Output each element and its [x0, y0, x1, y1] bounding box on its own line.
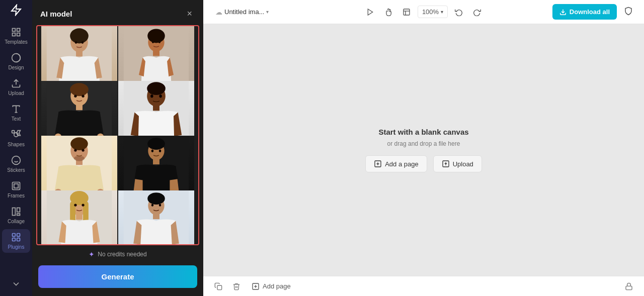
svg-point-58	[150, 94, 153, 97]
svg-point-41	[158, 41, 160, 43]
generate-button[interactable]: Generate	[38, 265, 197, 288]
canvas-area: ☁ Untitled ima... ▾	[203, 0, 644, 296]
upload-canvas-button[interactable]: Upload	[433, 155, 482, 172]
svg-rect-91	[153, 214, 159, 219]
svg-rect-18	[17, 208, 20, 212]
sidebar-item-stickers[interactable]: Stickers	[2, 152, 30, 176]
download-button[interactable]: Download all	[552, 4, 617, 20]
lock-button[interactable]	[622, 280, 636, 292]
svg-point-27	[70, 28, 89, 43]
canvas-actions: Add a page Upload	[365, 155, 482, 172]
svg-point-63	[70, 137, 88, 150]
toolbar-right: Download all	[497, 4, 636, 20]
model-cell-8[interactable]	[118, 190, 194, 245]
file-title[interactable]: ☁ Untitled ima... ▾	[211, 6, 273, 18]
svg-point-96	[159, 204, 161, 206]
file-chevron-icon: ▾	[266, 9, 269, 15]
svg-marker-97	[368, 9, 372, 15]
sidebar-item-frames[interactable]: Frames	[2, 178, 30, 202]
cloud-icon: ☁	[215, 8, 222, 16]
svg-point-35	[147, 29, 165, 43]
svg-point-92	[147, 192, 165, 205]
sidebar: Templates Design Upload Text Shapes	[0, 0, 32, 296]
canvas-empty-subtitle: or drag and drop a file here	[387, 140, 460, 147]
svg-point-59	[159, 94, 162, 97]
svg-point-78	[159, 150, 161, 152]
svg-rect-54	[153, 106, 159, 111]
svg-rect-73	[153, 159, 159, 164]
svg-rect-2	[17, 29, 20, 32]
add-page-bottom-button[interactable]: Add page	[248, 280, 295, 292]
svg-rect-15	[13, 182, 20, 190]
svg-point-88	[82, 204, 84, 206]
svg-point-40	[152, 41, 154, 43]
app-logo[interactable]	[10, 4, 22, 18]
svg-rect-23	[17, 238, 20, 241]
toolbar-center: 100% ▾	[354, 5, 493, 19]
redo-button[interactable]	[470, 5, 484, 19]
svg-rect-37	[160, 56, 165, 72]
sidebar-item-plugins[interactable]: Plugins	[2, 229, 30, 253]
svg-point-12	[12, 156, 21, 165]
svg-rect-98	[404, 9, 410, 15]
svg-rect-4	[17, 33, 20, 36]
bottom-bar: Add page	[203, 276, 644, 296]
add-page-canvas-label: Add a page	[385, 160, 419, 168]
svg-rect-20	[13, 234, 16, 237]
svg-point-64	[74, 156, 85, 161]
sidebar-item-text[interactable]: Text	[2, 101, 30, 125]
svg-rect-81	[76, 214, 83, 220]
canvas-empty-state: Start with a blank canvas or drag and dr…	[365, 128, 482, 172]
sidebar-expand[interactable]	[2, 276, 30, 292]
svg-rect-111	[626, 286, 632, 289]
add-page-canvas-button[interactable]: Add a page	[365, 155, 427, 172]
svg-point-50	[74, 95, 76, 97]
svg-rect-17	[13, 208, 16, 216]
panel-close-button[interactable]: ×	[184, 8, 195, 19]
copy-page-button[interactable]	[211, 280, 225, 292]
svg-rect-1	[13, 29, 16, 32]
svg-rect-44	[76, 105, 83, 110]
undo-button[interactable]	[452, 5, 466, 19]
credits-bar: ✦ No credits needed	[32, 245, 203, 263]
shield-button[interactable]	[621, 4, 636, 20]
hand-tool-button[interactable]	[381, 5, 395, 19]
toolbar: ☁ Untitled ima... ▾	[203, 0, 644, 24]
bottom-right	[622, 280, 636, 292]
sidebar-item-collage[interactable]: Collage	[2, 204, 30, 227]
sidebar-item-templates[interactable]: Templates	[2, 24, 30, 48]
svg-point-77	[151, 150, 153, 152]
delete-page-button[interactable]	[229, 280, 244, 292]
svg-point-95	[151, 204, 153, 206]
layout-button[interactable]	[399, 5, 414, 19]
zoom-chevron-icon: ▾	[441, 9, 443, 15]
panel-header: AI model ×	[32, 0, 203, 25]
model-image-grid	[36, 25, 199, 245]
svg-point-31	[82, 41, 84, 44]
play-button[interactable]	[363, 5, 377, 19]
svg-rect-22	[13, 238, 16, 241]
sidebar-item-upload[interactable]: Upload	[2, 75, 30, 99]
download-label: Download all	[570, 8, 610, 16]
add-page-bottom-label: Add page	[263, 282, 291, 290]
svg-point-87	[74, 204, 76, 206]
svg-marker-0	[12, 5, 21, 15]
svg-rect-36	[148, 56, 152, 72]
svg-rect-19	[17, 214, 20, 215]
ai-model-panel: AI model ×	[32, 0, 203, 296]
sidebar-item-shapes[interactable]: Shapes	[2, 127, 30, 150]
svg-rect-21	[17, 234, 20, 237]
canvas-empty-title: Start with a blank canvas	[378, 128, 468, 136]
svg-point-74	[147, 138, 165, 150]
svg-rect-10	[12, 131, 15, 133]
credits-star-icon: ✦	[89, 250, 95, 258]
svg-point-51	[82, 95, 84, 97]
canvas-content: Start with a blank canvas or drag and dr…	[203, 24, 644, 276]
sidebar-item-design[interactable]: Design	[2, 50, 30, 73]
zoom-control[interactable]: 100% ▾	[418, 6, 448, 18]
svg-rect-26	[76, 51, 83, 57]
svg-rect-3	[13, 33, 16, 36]
model-cell-7[interactable]	[41, 190, 117, 245]
file-name: Untitled ima...	[224, 8, 264, 16]
svg-point-69	[74, 149, 76, 151]
